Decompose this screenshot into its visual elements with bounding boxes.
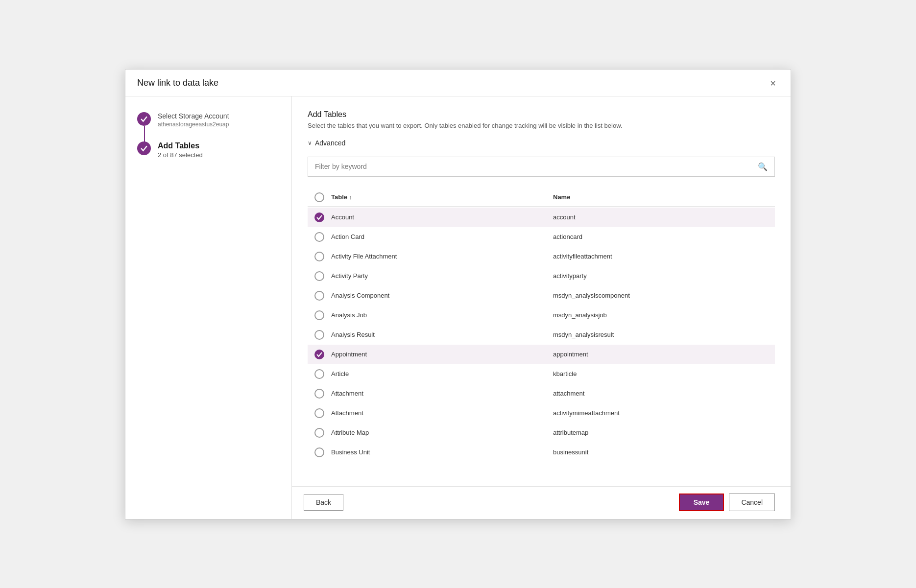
back-button[interactable]: Back — [304, 494, 343, 511]
table-row: Appointmentappointment — [308, 345, 775, 364]
step2-info: Add Tables 2 of 87 selected — [158, 141, 203, 159]
dialog-body: Select Storage Account athenastorageeast… — [125, 96, 791, 519]
row-radio-checked[interactable] — [314, 212, 324, 222]
row-radio-empty[interactable] — [314, 428, 324, 438]
select-all-radio[interactable] — [314, 192, 324, 202]
chevron-down-icon: ∨ — [308, 140, 312, 146]
row-table-name: Attachment — [331, 409, 553, 417]
check-icon-row — [316, 352, 322, 357]
row-system-name: attributemap — [553, 429, 775, 436]
header-checkbox-col — [308, 192, 331, 202]
row-system-name: activitymimeattachment — [553, 409, 775, 417]
row-radio-empty[interactable] — [314, 389, 324, 399]
table-row: Activity File Attachmentactivityfileatta… — [308, 247, 775, 266]
row-checkbox-col — [308, 408, 331, 418]
row-checkbox-col — [308, 310, 331, 320]
step2-sublabel: 2 of 87 selected — [158, 151, 203, 159]
content-scroll: Add Tables Select the tables that you wa… — [292, 96, 791, 486]
check-icon2 — [141, 145, 147, 152]
row-system-name: activityfileattachment — [553, 253, 775, 260]
row-system-name: msdyn_analysisjob — [553, 311, 775, 319]
row-checkbox-col — [308, 271, 331, 281]
row-checkbox-col — [308, 428, 331, 438]
step1-info: Select Storage Account athenastorageeast… — [158, 112, 229, 128]
advanced-toggle[interactable]: ∨ Advanced — [308, 139, 345, 147]
row-table-name: Analysis Result — [331, 331, 553, 338]
row-radio-empty[interactable] — [314, 330, 324, 340]
row-checkbox-col — [308, 447, 331, 457]
section-desc: Select the tables that you want to expor… — [308, 122, 775, 129]
table-row: Articlekbarticle — [308, 364, 775, 384]
col-name-header: Name — [553, 193, 775, 201]
row-table-name: Analysis Job — [331, 311, 553, 319]
row-system-name: msdyn_analysiscomponent — [553, 292, 775, 299]
row-table-name: Attribute Map — [331, 429, 553, 436]
row-checkbox-col — [308, 291, 331, 301]
dialog-footer: Back Save Cancel — [292, 486, 791, 519]
row-table-name: Action Card — [331, 233, 553, 240]
close-button[interactable]: × — [767, 77, 779, 89]
row-system-name: activityparty — [553, 272, 775, 280]
step-add-tables: Add Tables 2 of 87 selected — [137, 141, 280, 159]
row-radio-empty[interactable] — [314, 310, 324, 320]
check-icon — [141, 116, 147, 122]
section-title: Add Tables — [308, 110, 775, 119]
step-select-storage: Select Storage Account athenastorageeast… — [137, 112, 280, 141]
cancel-button[interactable]: Cancel — [729, 494, 775, 511]
row-system-name: account — [553, 213, 775, 221]
step2-icon — [137, 141, 151, 155]
filter-input[interactable] — [308, 158, 751, 175]
table-row: Attribute Mapattributemap — [308, 423, 775, 443]
dialog-title: New link to data lake — [137, 78, 218, 88]
save-button[interactable]: Save — [679, 494, 724, 511]
table-row: Attachmentactivitymimeattachment — [308, 403, 775, 423]
table-row: Analysis Resultmsdyn_analysisresult — [308, 325, 775, 345]
row-checkbox-col — [308, 212, 331, 222]
row-system-name: msdyn_analysisresult — [553, 331, 775, 338]
row-table-name: Attachment — [331, 390, 553, 397]
search-icon: 🔍 — [758, 163, 768, 171]
row-radio-empty[interactable] — [314, 369, 324, 379]
row-checkbox-col — [308, 350, 331, 359]
filter-bar: 🔍 — [308, 157, 775, 177]
table-row: Accountaccount — [308, 208, 775, 227]
table-row: Analysis Componentmsdyn_analysiscomponen… — [308, 286, 775, 306]
row-table-name: Activity Party — [331, 272, 553, 280]
search-button[interactable]: 🔍 — [751, 157, 774, 176]
row-system-name: businessunit — [553, 448, 775, 456]
step1-icon — [137, 112, 151, 126]
col-table-header: Table ↑ — [331, 193, 553, 201]
table-row: Activity Partyactivityparty — [308, 266, 775, 286]
main-content: Add Tables Select the tables that you wa… — [292, 96, 791, 519]
row-table-name: Article — [331, 370, 553, 377]
step1-sublabel: athenastorageeastus2euap — [158, 121, 229, 128]
dialog-header: New link to data lake × — [125, 70, 791, 96]
row-table-name: Business Unit — [331, 448, 553, 456]
row-system-name: actioncard — [553, 233, 775, 240]
sidebar: Select Storage Account athenastorageeast… — [125, 96, 292, 519]
table-row: Action Cardactioncard — [308, 227, 775, 247]
row-system-name: attachment — [553, 390, 775, 397]
sort-icon: ↑ — [349, 194, 352, 200]
dialog: New link to data lake × Select Storage A… — [125, 69, 791, 519]
row-checkbox-col — [308, 369, 331, 379]
advanced-label: Advanced — [315, 139, 345, 147]
row-system-name: kbarticle — [553, 370, 775, 377]
row-checkbox-col — [308, 389, 331, 399]
row-radio-empty[interactable] — [314, 232, 324, 242]
row-system-name: appointment — [553, 351, 775, 358]
row-checkbox-col — [308, 252, 331, 261]
row-radio-empty[interactable] — [314, 252, 324, 261]
check-icon-row — [316, 214, 322, 220]
row-radio-empty[interactable] — [314, 291, 324, 301]
step2-label: Add Tables — [158, 141, 203, 150]
row-radio-empty[interactable] — [314, 271, 324, 281]
table-row: Attachmentattachment — [308, 384, 775, 403]
row-radio-checked[interactable] — [314, 350, 324, 359]
tables-table: Table ↑ Name AccountaccountAction Cardac… — [308, 188, 775, 462]
row-checkbox-col — [308, 330, 331, 340]
row-radio-empty[interactable] — [314, 408, 324, 418]
table-row: Analysis Jobmsdyn_analysisjob — [308, 306, 775, 325]
row-radio-empty[interactable] — [314, 447, 324, 457]
row-checkbox-col — [308, 232, 331, 242]
